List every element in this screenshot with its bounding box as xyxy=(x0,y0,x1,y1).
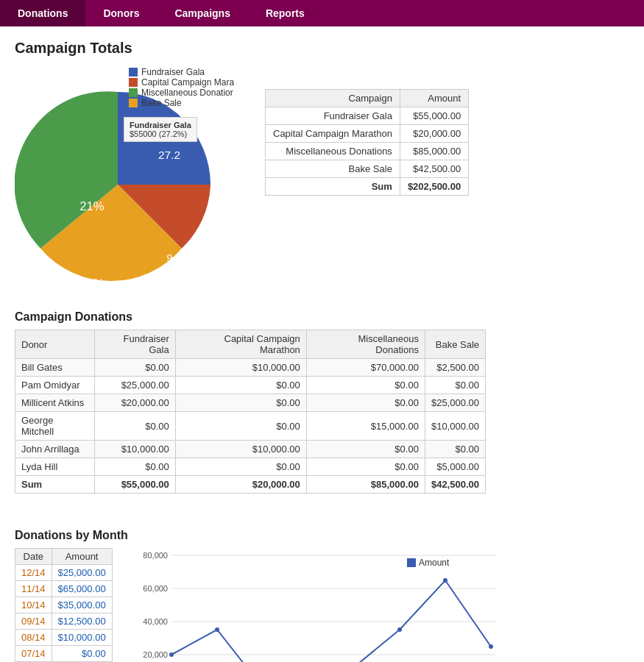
table-row: Miscellaneous Donations $85,000.00 xyxy=(266,143,469,160)
table-row: 12/14 $25,000.00 xyxy=(15,565,113,581)
svg-point-30 xyxy=(489,644,493,649)
svg-text:21%: 21% xyxy=(79,199,105,213)
campaign-donations-table: Donor Fundraiser Gala Capital Campaign M… xyxy=(15,330,486,494)
svg-text:20,000: 20,000 xyxy=(143,650,168,659)
donations-by-month-title: Donations by Month xyxy=(15,529,629,542)
campaign-donations-title: Campaign Donations xyxy=(15,310,629,324)
col-date: Date xyxy=(15,549,52,565)
col-cc: Capital Campaign Marathon xyxy=(175,330,306,359)
table-row: Bill Gates $0.00 $10,000.00 $70,000.00 $… xyxy=(15,359,486,377)
campaign-donations-section: Campaign Donations Donor Fundraiser Gala… xyxy=(0,297,644,516)
col-amount: Amount xyxy=(400,90,468,107)
donations-sum-row: Sum $55,000.00 $20,000.00 $85,000.00 $42… xyxy=(15,476,486,494)
table-row: George Mitchell $0.00 $0.00 $15,000.00 $… xyxy=(15,412,486,441)
table-row: Fundraiser Gala $55,000.00 xyxy=(266,107,469,125)
campaign-summary-table-wrapper: Campaign Amount Fundraiser Gala $55,000.… xyxy=(265,89,469,196)
svg-point-29 xyxy=(443,578,447,583)
nav-donors[interactable]: Donors xyxy=(85,0,157,26)
col-md: Miscellaneous Donations xyxy=(306,330,425,359)
table-row: Capital Campaign Marathon $20,000.00 xyxy=(266,125,469,143)
line-chart: 80,000 60,000 40,000 20,000 0 05/14 06/1… xyxy=(127,548,510,662)
main-nav: Donations Donors Campaigns Reports xyxy=(0,0,644,26)
campaign-totals-section: Campaign Totals Fundraiser Gala Capital … xyxy=(0,26,644,297)
svg-text:80,000: 80,000 xyxy=(143,551,168,560)
pie-tooltip: Fundraiser Gala $55000 (27.2%) xyxy=(124,117,197,142)
svg-point-24 xyxy=(215,627,219,632)
col-amount: Amount xyxy=(52,549,112,565)
table-row: 07/14 $0.00 xyxy=(15,646,113,662)
svg-text:40,000: 40,000 xyxy=(143,617,168,626)
campaign-summary-table: Campaign Amount Fundraiser Gala $55,000.… xyxy=(265,89,469,196)
col-bs: Bake Sale xyxy=(425,330,485,359)
table-row: 10/14 $35,000.00 xyxy=(15,597,113,613)
svg-point-28 xyxy=(397,627,402,632)
pie-chart-area: Fundraiser Gala Capital Campaign Mara Mi… xyxy=(15,67,250,290)
svg-text:27.2: 27.2 xyxy=(158,149,180,161)
summary-sum-row: Sum $202,500.00 xyxy=(266,178,469,196)
month-table-wrapper: Date Amount 12/14 $25,000.00 11/14 $65,0… xyxy=(15,548,113,662)
col-fg: Fundraiser Gala xyxy=(94,330,175,359)
table-row: 08/14 $10,000.00 xyxy=(15,630,113,646)
svg-rect-4 xyxy=(171,555,495,662)
pie-legend: Fundraiser Gala Capital Campaign Mara Mi… xyxy=(129,67,234,108)
table-row: Bake Sale $42,500.00 xyxy=(266,160,469,178)
table-row: Lyda Hill $0.00 $0.00 $0.00 $5,000.00 xyxy=(15,458,486,476)
col-campaign: Campaign xyxy=(266,90,400,107)
table-row: 09/14 $12,500.00 xyxy=(15,613,113,630)
month-table: Date Amount 12/14 $25,000.00 11/14 $65,0… xyxy=(15,548,113,662)
svg-text:60,000: 60,000 xyxy=(143,584,168,593)
svg-point-23 xyxy=(169,652,174,657)
table-row: John Arrillaga $10,000.00 $10,000.00 $0.… xyxy=(15,441,486,458)
svg-text:Amount: Amount xyxy=(419,558,450,568)
pie-chart: 21% 42% 9.0 27.2 xyxy=(15,82,221,288)
donations-by-month-section: Donations by Month Date Amount 12/14 $25… xyxy=(0,516,644,662)
nav-donations[interactable]: Donations xyxy=(0,0,85,26)
table-row: Millicent Atkins $20,000.00 $0.00 $0.00 … xyxy=(15,394,486,412)
nav-reports[interactable]: Reports xyxy=(248,0,322,26)
table-row: Pam Omidyar $25,000.00 $0.00 $0.00 $0.00 xyxy=(15,377,486,394)
col-donor: Donor xyxy=(15,330,95,359)
svg-text:42%: 42% xyxy=(79,277,105,288)
table-row: 11/14 $65,000.00 xyxy=(15,581,113,597)
nav-campaigns[interactable]: Campaigns xyxy=(157,0,247,26)
line-chart-area: 80,000 60,000 40,000 20,000 0 05/14 06/1… xyxy=(127,548,510,662)
svg-text:9.0: 9.0 xyxy=(166,252,182,264)
svg-rect-31 xyxy=(407,558,416,567)
campaign-totals-title: Campaign Totals xyxy=(15,40,629,57)
